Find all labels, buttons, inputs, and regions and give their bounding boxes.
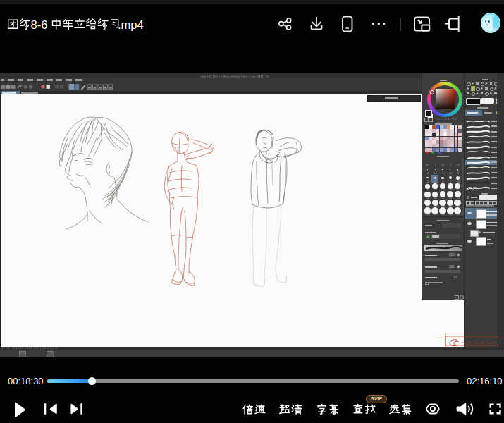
svg-text:8-6: 8-6 bbox=[31, 18, 48, 31]
svg-text:.mp4: .mp4 bbox=[118, 18, 144, 31]
